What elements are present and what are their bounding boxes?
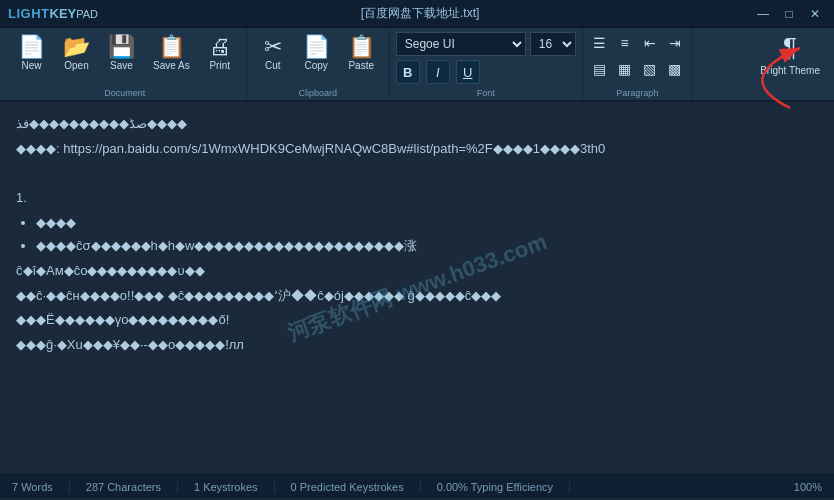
editor-line-3: 1.: [16, 188, 818, 209]
paragraph-group: ☰ ≡ ⇤ ⇥ ▤ ▦ ▧ ▩ Paragraph: [583, 28, 693, 100]
align-center-button[interactable]: ▦: [614, 58, 636, 80]
ribbon: 📄 New 📂 Open 💾 Save 📋 Save As 🖨 P: [0, 28, 834, 102]
print-icon: 🖨: [209, 36, 231, 58]
editor-line-2: [16, 164, 818, 185]
minimize-button[interactable]: —: [752, 5, 774, 23]
editor-line-5: ◆◆ĉ·◆◆ĉн◆◆◆◆o!!◆◆◆ ◆ĉ◆◆◆◆◆◆◆◆◆ʼ沪◆◆ĉ◆ój◆◆…: [16, 286, 818, 307]
open-icon: 📂: [63, 36, 90, 58]
underline-button[interactable]: U: [456, 60, 480, 84]
list-ordered-button[interactable]: ≡: [614, 32, 636, 54]
save-button[interactable]: 💾 Save: [100, 32, 143, 75]
close-button[interactable]: ✕: [804, 5, 826, 23]
paste-label: Paste: [348, 60, 374, 71]
keystroke-count: 1 Keystrokes: [178, 481, 275, 493]
copy-icon: 📄: [303, 36, 330, 58]
align-justify-button[interactable]: ▩: [664, 58, 686, 80]
window-title: [百度网盘下载地址.txt]: [88, 5, 752, 22]
editor-line-4: ĉ◆î◆Ам◆ĉо◆◆◆◆◆◆◆◆◆υ◆◆: [16, 261, 818, 282]
status-bar: 7 Words 287 Characters 1 Keystrokes 0 Pr…: [0, 474, 834, 498]
indent-increase-button[interactable]: ⇥: [664, 32, 686, 54]
copy-label: Copy: [305, 60, 328, 71]
theme-button[interactable]: ¶ Bright Theme: [750, 28, 830, 100]
document-group: 📄 New 📂 Open 💾 Save 📋 Save As 🖨 P: [4, 28, 247, 100]
para-row2: ▤ ▦ ▧ ▩: [589, 58, 686, 80]
predicted-keystrokes: 0 Predicted Keystrokes: [275, 481, 421, 493]
open-label: Open: [64, 60, 88, 71]
typing-efficiency: 0.00% Typing Efficiency: [421, 481, 570, 493]
paste-button[interactable]: 📋 Paste: [340, 32, 383, 75]
save-as-button[interactable]: 📋 Save As: [145, 32, 198, 75]
new-button[interactable]: 📄 New: [10, 32, 53, 75]
word-count: 7 Words: [12, 481, 70, 493]
new-label: New: [21, 60, 41, 71]
ribbon-toolbar: 📄 New 📂 Open 💾 Save 📋 Save As 🖨 P: [0, 28, 834, 100]
list-item-1: ◆◆◆◆ĉσ◆◆◆◆◆◆h◆h◆w◆◆◆◆◆◆◆◆◆◆◆◆◆◆◆◆◆◆◆◆◆涨: [36, 236, 818, 257]
editor-line-1: ◆◆◆◆: https://pan.baidu.com/s/1WmxWHDK9C…: [16, 139, 818, 160]
app-logo: LIGHTKEY PAD: [8, 4, 88, 24]
paste-icon: 📋: [348, 36, 375, 58]
zoom-level: 100%: [794, 481, 822, 493]
para-row1: ☰ ≡ ⇤ ⇥: [589, 32, 686, 54]
maximize-button[interactable]: □: [778, 5, 800, 23]
font-row1: Segoe UI Arial Times New Roman 16 12 14 …: [396, 32, 576, 56]
theme-label: Bright Theme: [760, 65, 820, 76]
align-right-button[interactable]: ▧: [639, 58, 661, 80]
document-group-label: Document: [104, 88, 145, 98]
title-bar-left: LIGHTKEY PAD: [8, 4, 88, 24]
char-count: 287 Characters: [70, 481, 178, 493]
theme-icon: ¶: [783, 32, 797, 63]
font-family-select[interactable]: Segoe UI Arial Times New Roman: [396, 32, 526, 56]
cut-button[interactable]: ✂ Cut: [253, 32, 293, 75]
font-group: Segoe UI Arial Times New Roman 16 12 14 …: [390, 28, 583, 100]
clipboard-group-label: Clipboard: [298, 88, 337, 98]
print-button[interactable]: 🖨 Print: [200, 32, 240, 75]
paragraph-group-label: Paragraph: [616, 88, 658, 98]
indent-decrease-button[interactable]: ⇤: [639, 32, 661, 54]
title-bar-controls: — □ ✕: [752, 5, 826, 23]
italic-button[interactable]: I: [426, 60, 450, 84]
cut-label: Cut: [265, 60, 281, 71]
editor-content: صڈ◆◆◆◆◆◆◆◆◆◆فذ◆◆◆◆ ◆◆◆◆: https://pan.bai…: [16, 114, 818, 356]
editor-area[interactable]: صڈ◆◆◆◆◆◆◆◆◆◆فذ◆◆◆◆ ◆◆◆◆: https://pan.bai…: [0, 102, 834, 474]
font-group-label: Font: [477, 88, 495, 98]
open-button[interactable]: 📂 Open: [55, 32, 98, 75]
cut-icon: ✂: [264, 36, 282, 58]
list-unordered-button[interactable]: ☰: [589, 32, 611, 54]
logo-light: LIGHT: [8, 6, 50, 21]
list-item-0: ◆◆◆◆: [36, 213, 818, 234]
font-row2: B I U: [396, 60, 576, 84]
clipboard-group: ✂ Cut 📄 Copy 📋 Paste Clipboard: [247, 28, 390, 100]
editor-list: ◆◆◆◆ ◆◆◆◆ĉσ◆◆◆◆◆◆h◆h◆w◆◆◆◆◆◆◆◆◆◆◆◆◆◆◆◆◆◆…: [16, 213, 818, 257]
save-as-label: Save As: [153, 60, 190, 71]
editor-line-0: صڈ◆◆◆◆◆◆◆◆◆◆فذ◆◆◆◆: [16, 114, 818, 135]
copy-button[interactable]: 📄 Copy: [295, 32, 338, 75]
align-left-button[interactable]: ▤: [589, 58, 611, 80]
ribbon-spacer: [693, 28, 750, 100]
save-label: Save: [110, 60, 133, 71]
editor-line-7: ◆◆◆ĝ·◆Xu◆◆◆¥◆◆·-◆◆о◆◆◆◆◆!лл: [16, 335, 818, 356]
editor-line-6: ◆◆◆Ë◆◆◆◆◆◆γо◆◆◆◆◆◆◆◆◆ő!: [16, 310, 818, 331]
logo-key: KEY: [50, 6, 77, 21]
new-icon: 📄: [18, 36, 45, 58]
title-bar: LIGHTKEY PAD [百度网盘下载地址.txt] — □ ✕: [0, 0, 834, 28]
bold-button[interactable]: B: [396, 60, 420, 84]
save-icon: 💾: [108, 36, 135, 58]
save-as-icon: 📋: [158, 36, 185, 58]
font-size-select[interactable]: 16 12 14 18 24: [530, 32, 576, 56]
print-label: Print: [209, 60, 230, 71]
